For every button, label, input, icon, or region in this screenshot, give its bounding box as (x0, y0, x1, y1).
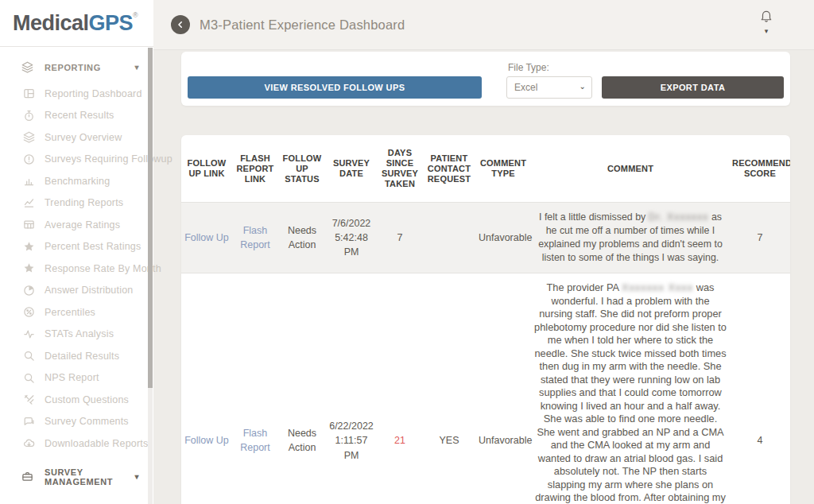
bar-chart-icon (23, 175, 35, 187)
line-chart-icon (23, 197, 35, 209)
page-title: M3-Patient Experience Dashboard (200, 17, 405, 33)
table-row: Follow UpFlash ReportNeeds Action7/6/202… (181, 203, 790, 273)
sidebar-item-custom-questions[interactable]: Custom Questions (0, 389, 153, 411)
sidebar-item-label: Percent Best Ratings (45, 241, 141, 252)
brand-secondary: GPS (89, 11, 134, 35)
percent-circle-icon (23, 306, 35, 318)
table-body: Follow UpFlash ReportNeeds Action7/6/202… (181, 203, 790, 504)
sidebar: MedicalGPS® REPORTING ▾ Reporting Dashbo… (0, 0, 153, 504)
sidebar-item-percent-best-ratings[interactable]: Percent Best Ratings (0, 236, 153, 258)
comment-segment: The provider PA (547, 281, 622, 293)
column-header-follow-up-status: FOLLOW UP STATUS (278, 135, 326, 203)
sidebar-item-label: NPS Report (45, 372, 99, 383)
redacted-name: Xxxxxxx Xxxx (622, 281, 693, 293)
flash-report-link[interactable]: Flash Report (240, 225, 270, 250)
top-header: M3-Patient Experience Dashboard ▾ (153, 0, 814, 49)
follow-up-link[interactable]: Follow Up (184, 232, 229, 243)
sidebar-item-downloadable-reports[interactable]: Downloadable Reports (0, 432, 153, 455)
follow-up-status: Needs Action (288, 428, 316, 453)
sidebar-item-nps-report[interactable]: NPS Report (0, 367, 153, 390)
bell-icon[interactable] (759, 9, 773, 23)
brand-logo[interactable]: MedicalGPS® (0, 0, 153, 47)
sidebar-item-survey-overview[interactable]: Survey Overview (0, 126, 153, 149)
comment-segment: I felt a little dismissed by (539, 211, 649, 223)
content: VIEW RESOLVED FOLLOW UPS File Type: Exce… (153, 49, 814, 504)
followup-table: FOLLOW UP LINKFLASH REPORT LINKFOLLOW UP… (181, 135, 790, 504)
cell-patient-contact-request (423, 203, 475, 273)
layers-icon (23, 131, 35, 143)
star-icon (23, 241, 35, 253)
registered-mark: ® (133, 11, 138, 19)
recommend-score: 7 (758, 232, 763, 243)
sidebar-item-answer-distribution[interactable]: Answer Distribution (0, 280, 153, 302)
sidebar-item-survey-comments[interactable]: Survey Comments (0, 411, 153, 433)
table-header-row: FOLLOW UP LINKFLASH REPORT LINKFOLLOW UP… (181, 135, 790, 203)
search-icon (23, 372, 35, 384)
briefcase-icon (21, 471, 33, 483)
cloud-download-icon (23, 437, 35, 449)
sidebar-item-percentiles[interactable]: Percentiles (0, 301, 153, 324)
survey-date: 7/6/2022 5:42:48 PM (332, 218, 371, 258)
survey-date: 6/22/2022 1:11:57 PM (329, 421, 374, 460)
cell-survey-date: 6/22/2022 1:11:57 PM (326, 273, 377, 504)
file-type-select[interactable]: Excel (506, 76, 592, 99)
grid-icon (23, 87, 35, 99)
column-header-days-since-survey-taken: DAYS SINCE SURVEY TAKEN (377, 135, 423, 203)
chevron-left-icon (176, 20, 185, 29)
sidebar-section-label: SURVEY MANAGEMENT (45, 467, 133, 487)
sidebar-item-recent-results[interactable]: Recent Results (0, 105, 153, 127)
export-data-button[interactable]: EXPORT DATA (602, 76, 784, 99)
sidebar-item-response-rate-by-month[interactable]: Response Rate By Month (0, 258, 153, 280)
cell-follow-up-link: Follow Up (181, 273, 232, 504)
sidebar-section-survey-management[interactable]: SURVEY MANAGEMENT ▾ (0, 455, 153, 494)
comment-text: The provider PA Xxxxxxx Xxxx was wonderf… (534, 281, 727, 504)
sidebar-item-detailed-results[interactable]: Detailed Results (0, 345, 153, 367)
follow-up-link[interactable]: Follow Up (184, 435, 229, 446)
cell-recommend-score: 4 (730, 273, 790, 504)
sidebar-item-label: Trending Reports (45, 197, 123, 208)
sidebar-item-surveys-requiring-followup[interactable]: Surveys Requiring Followup (0, 149, 153, 171)
sidebar-item-reporting-dashboard[interactable]: Reporting Dashboard (0, 83, 153, 105)
sidebar-item-stats-analysis[interactable]: STATs Analysis (0, 324, 153, 346)
sidebar-item-label: Detailed Results (45, 351, 119, 362)
star-icon (23, 262, 35, 274)
alert-circle-icon (23, 153, 35, 165)
sidebar-section-reporting[interactable]: REPORTING ▾ (0, 47, 153, 81)
cell-follow-up-status: Needs Action (278, 203, 326, 273)
file-type-label: File Type: (508, 62, 592, 73)
sidebar-items: Reporting DashboardRecent ResultsSurvey … (0, 81, 153, 455)
cell-days-since-survey: 7 (377, 203, 423, 273)
sidebar-item-label: Response Rate By Month (45, 263, 161, 274)
chat-icon (23, 416, 35, 428)
sidebar-item-label: Recent Results (45, 110, 114, 121)
comment-type: Unfavorable (479, 232, 532, 243)
table-icon (23, 219, 35, 231)
column-header-comment: COMMENT (531, 135, 730, 203)
sidebar-item-label: Survey Overview (45, 132, 122, 143)
comment-segment: was wonderful. I had a problem with the … (534, 281, 727, 504)
pie-chart-icon (23, 285, 35, 297)
column-header-patient-contact-request: PATIENT CONTACT REQUEST (423, 135, 475, 203)
cell-flash-report-link: Flash Report (232, 273, 278, 504)
sidebar-item-label: STATs Analysis (45, 328, 114, 339)
caret-down-icon: ▾ (134, 63, 139, 72)
back-button[interactable] (171, 15, 190, 34)
sidebar-scrollbar[interactable] (148, 48, 153, 504)
sidebar-item-label: Reporting Dashboard (45, 88, 142, 99)
flash-report-link[interactable]: Flash Report (240, 428, 270, 453)
sidebar-item-average-ratings[interactable]: Average Ratings (0, 214, 153, 236)
sidebar-item-label: Answer Distribution (45, 285, 133, 296)
sidebar-item-benchmarking[interactable]: Benchmarking (0, 170, 153, 192)
recommend-score: 4 (758, 435, 763, 446)
caret-down-icon[interactable]: ▾ (765, 27, 769, 35)
caret-down-icon: ▾ (134, 472, 139, 481)
sidebar-scrollbar-thumb[interactable] (148, 48, 153, 388)
sidebar-item-trending-reports[interactable]: Trending Reports (0, 192, 153, 215)
view-resolved-followups-button[interactable]: VIEW RESOLVED FOLLOW UPS (188, 76, 482, 99)
cell-days-since-survey: 21 (377, 273, 423, 504)
results-table-card: FOLLOW UP LINKFLASH REPORT LINKFOLLOW UP… (181, 135, 790, 504)
cell-follow-up-link: Follow Up (181, 203, 232, 273)
main-area: M3-Patient Experience Dashboard ▾ VIEW R… (153, 0, 814, 504)
follow-up-status: Needs Action (288, 225, 316, 250)
sidebar-item-label: Benchmarking (45, 176, 110, 187)
